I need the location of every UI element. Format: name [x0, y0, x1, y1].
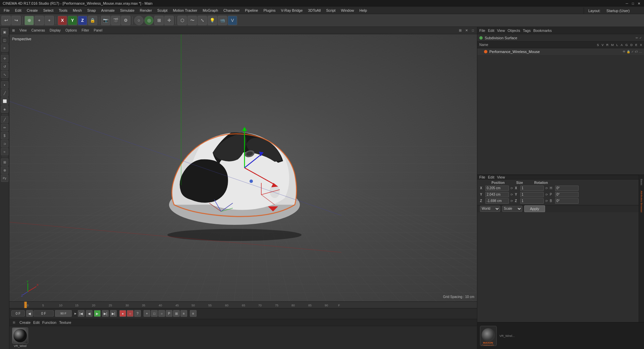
key-question-btn[interactable]: ?	[134, 310, 141, 317]
apply-button[interactable]: Apply	[524, 205, 545, 212]
camera-tool-button[interactable]: 📹	[218, 16, 227, 25]
tool-magnet-btn[interactable]: ⊃	[1, 140, 8, 147]
scale-tool-button[interactable]: ⊞	[154, 16, 164, 25]
key-grid-btn[interactable]: ⊞	[173, 310, 180, 317]
objmgr-file-menu[interactable]: File	[479, 29, 485, 33]
spline-tool-button[interactable]: 〜	[187, 16, 197, 25]
timeline-menu-btn[interactable]: ≡	[190, 310, 197, 317]
material-item-vr[interactable]: VR_Wirel	[12, 328, 28, 348]
lock-button[interactable]: 🔒	[88, 16, 97, 25]
vray-tool-button[interactable]: V	[228, 16, 237, 25]
menu-character[interactable]: Character	[221, 8, 242, 13]
tool-snapping-btn[interactable]: ⊕	[1, 166, 8, 174]
table-row[interactable]: Performance_Wireless_Mouse 👁 🔒 ✓ 🏷 …	[477, 48, 644, 55]
render-pic-button[interactable]: 📷	[101, 16, 110, 25]
vp-filter-menu[interactable]: Filter	[80, 28, 90, 33]
key-circle-btn[interactable]: ○	[158, 310, 165, 317]
vp-cameras-menu[interactable]: Cameras	[30, 28, 47, 33]
mat-edit-menu[interactable]: Edit	[33, 320, 40, 325]
tool-layers-btn[interactable]: ≡	[1, 44, 8, 52]
x-position-input[interactable]	[485, 186, 509, 191]
minimize-btn[interactable]: ─	[625, 1, 629, 6]
side-tab-basic[interactable]: Basic	[639, 176, 644, 188]
vp-view-menu[interactable]: View	[18, 28, 28, 33]
tool-edges-btn[interactable]: ╱	[1, 89, 8, 97]
move-tool-button[interactable]: ○	[134, 16, 144, 25]
z-rot-input[interactable]	[555, 198, 579, 204]
menu-edit[interactable]: Edit	[13, 8, 24, 13]
objmgr-objects-menu[interactable]: Objects	[507, 29, 520, 33]
icon-more[interactable]: …	[639, 50, 642, 53]
menu-motiontracker[interactable]: Motion Tracker	[170, 8, 200, 13]
mat-function-menu[interactable]: Function	[42, 320, 56, 325]
objmgr-view-menu[interactable]: View	[497, 29, 505, 33]
tool-checker-btn[interactable]: ◫	[1, 36, 8, 44]
y-size-input[interactable]	[520, 192, 544, 197]
z-constraint-button[interactable]: Z	[78, 16, 87, 25]
objmgr-tags-menu[interactable]: Tags	[523, 29, 531, 33]
tool-move-btn[interactable]: ✛	[1, 55, 8, 62]
y-size-arrow[interactable]: ⟳	[545, 193, 548, 196]
goto-end-btn[interactable]: ▶|	[110, 310, 117, 317]
subdiv-icon-check[interactable]: ✓	[639, 36, 642, 40]
z-size-arrow[interactable]: ⟳	[545, 199, 548, 203]
tool-python-btn[interactable]: Py	[1, 174, 8, 182]
vp-maximize-icon[interactable]: □	[470, 28, 476, 33]
menu-file[interactable]: File	[1, 8, 12, 13]
key-square-btn[interactable]: □	[151, 310, 158, 317]
new-object-button[interactable]: ⊕	[24, 16, 34, 25]
menu-pipeline[interactable]: Pipeline	[243, 8, 260, 13]
y-rot-input[interactable]	[555, 192, 579, 197]
menu-3dtoall[interactable]: 3DToAll	[306, 8, 323, 13]
tool-material-btn[interactable]: $	[1, 132, 8, 139]
deformer-tool-button[interactable]: ⤡	[198, 16, 207, 25]
x-constraint-button[interactable]: X	[58, 16, 67, 25]
current-frame-input[interactable]	[11, 310, 25, 316]
coords-edit-menu[interactable]: Edit	[488, 175, 494, 179]
coord-system-select[interactable]: World Object Parent	[480, 206, 500, 212]
menu-select[interactable]: Select	[41, 8, 56, 13]
z-size-input[interactable]	[520, 198, 544, 204]
mat-toggle[interactable]: ⊞	[11, 320, 17, 325]
menu-plugins[interactable]: Plugins	[261, 8, 278, 13]
objmgr-edit-menu[interactable]: Edit	[488, 29, 494, 33]
tool-mode-btn[interactable]: ▣	[1, 28, 8, 36]
tool-sculpt-btn[interactable]: ≈	[1, 148, 8, 155]
subdiv-icon-edit[interactable]: ✏	[636, 36, 638, 40]
menu-sculpt[interactable]: Sculpt	[155, 8, 170, 13]
vp-icon-1[interactable]: ⊞	[458, 28, 463, 33]
menu-help[interactable]: Help	[357, 8, 370, 13]
x-size-arrow[interactable]: ⟳	[545, 187, 548, 190]
maximize-btn[interactable]: □	[631, 1, 635, 6]
add-button[interactable]: +	[45, 16, 54, 25]
vp-icon-2[interactable]: ✕	[464, 28, 469, 33]
vp-display-menu[interactable]: Display	[48, 28, 62, 33]
icon-check[interactable]: ✓	[631, 50, 634, 53]
render-region-button[interactable]: +	[35, 16, 44, 25]
play-forward-btn[interactable]: ▶|	[102, 310, 109, 317]
y-position-input[interactable]	[485, 192, 509, 197]
render-to-pic-button[interactable]: 🎬	[111, 16, 120, 25]
move2-tool-button[interactable]: ✛	[164, 16, 174, 25]
close-btn[interactable]: ✕	[637, 1, 641, 6]
menu-tools[interactable]: Tools	[56, 8, 70, 13]
fps-arrow[interactable]: ▸	[74, 311, 76, 316]
render-settings-button[interactable]: ⚙	[121, 16, 130, 25]
subdivision-surface-row[interactable]: Subdivision Surface ✏ ✓	[477, 34, 644, 42]
tool-poly-btn[interactable]: ⬜	[1, 97, 8, 105]
coords-view-menu[interactable]: View	[497, 175, 505, 179]
key-list-btn[interactable]: ≡	[180, 310, 187, 317]
add-key-btn[interactable]: +	[144, 310, 150, 317]
3d-viewport[interactable]: Perspective	[9, 34, 477, 301]
menu-render[interactable]: Render	[138, 8, 154, 13]
tool-model-btn[interactable]: ◈	[1, 105, 8, 113]
menu-snap[interactable]: Snap	[85, 8, 98, 13]
record-btn[interactable]: ●	[119, 310, 126, 317]
vp-panel-menu[interactable]: Panel	[93, 28, 104, 33]
tool-line-btn[interactable]: ╱	[1, 116, 8, 123]
frame-prev-btn[interactable]: ◀	[26, 310, 33, 317]
menu-animate[interactable]: Animate	[99, 8, 117, 13]
menu-simulate[interactable]: Simulate	[118, 8, 137, 13]
layout-value[interactable]: Startup (User)	[604, 8, 632, 13]
light-tool-button[interactable]: 💡	[208, 16, 217, 25]
